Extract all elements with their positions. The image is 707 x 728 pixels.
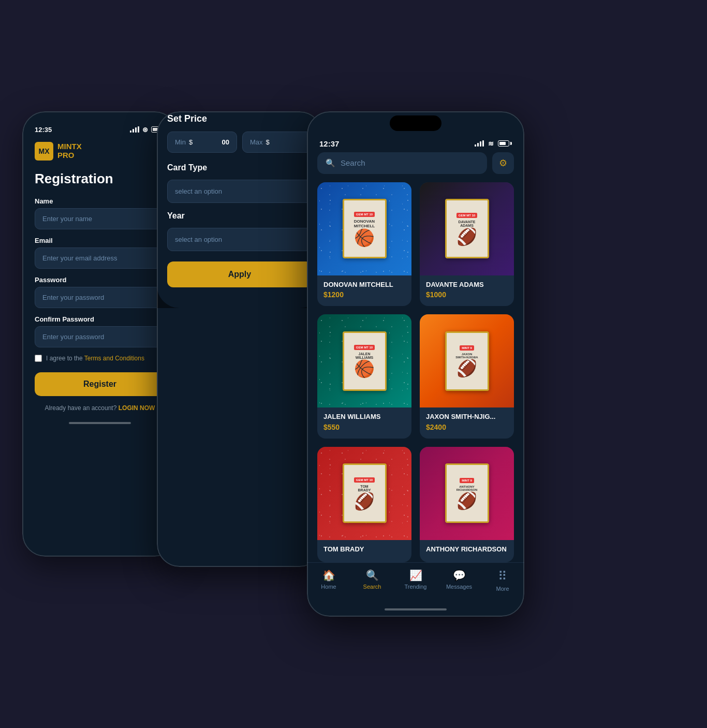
max-price-input[interactable]: Max $ bbox=[242, 132, 312, 153]
main-search-text: Search bbox=[341, 158, 365, 167]
psa-davante: GEM MT 10 DAVANTEADAMS 🏈 bbox=[445, 199, 489, 258]
search-nav-icon: 🔍 bbox=[366, 569, 379, 581]
main-search-icon: 🔍 bbox=[326, 158, 335, 168]
card-jaxon-smith[interactable]: MINT 9 JAXONSMITH-NJIGBA 🏈 JAXON SMITH-N… bbox=[420, 314, 514, 439]
min-dollar: $ bbox=[189, 138, 193, 146]
set-price-title: Set Price bbox=[167, 113, 312, 124]
card-davante-adams[interactable]: GEM MT 10 DAVANTEADAMS 🏈 DAVANTE ADAMS $… bbox=[420, 182, 514, 307]
card-img-anthony: MINT 9 ANTHONYRICHARDSON 🏈 bbox=[420, 447, 514, 540]
main-wifi-icon: ≋ bbox=[488, 140, 494, 148]
year-title: Year bbox=[167, 211, 312, 221]
main-screen: 12:37 ≋ 🔍 bbox=[307, 111, 524, 617]
name-label: Name bbox=[35, 197, 165, 205]
nav-messages[interactable]: 💬 Messages bbox=[437, 569, 481, 592]
card-jalen-williams[interactable]: GEM MT 10 JALENWILLIAMS 🏀 JALEN WILLIAMS… bbox=[317, 314, 411, 439]
psa-brady: GEM MT 10 TOMBRADY 🏈 bbox=[343, 463, 387, 523]
time-1: 12:35 bbox=[35, 126, 52, 134]
nav-more[interactable]: ⠿ More bbox=[481, 569, 524, 592]
confirm-label: Confirm Password bbox=[35, 315, 165, 323]
min-price-input[interactable]: Min $ 00 bbox=[167, 132, 237, 153]
nav-home[interactable]: 🏠 Home bbox=[307, 569, 350, 592]
trending-nav-icon: 📈 bbox=[409, 569, 422, 581]
terms-checkbox[interactable] bbox=[35, 355, 42, 362]
card-anthony-richardson[interactable]: MINT 9 ANTHONYRICHARDSON 🏈 ANTHONY RICHA… bbox=[420, 447, 514, 563]
psa-anthony: MINT 9 ANTHONYRICHARDSON 🏈 bbox=[445, 463, 489, 523]
email-input[interactable] bbox=[35, 247, 165, 269]
card-img-brady: GEM MT 10 TOMBRADY 🏈 bbox=[317, 447, 411, 540]
main-search-bar[interactable]: 🔍 Search bbox=[317, 152, 487, 174]
card-info-jaxon: JAXON SMITH-NJIG... $2400 bbox=[420, 407, 514, 439]
confirm-input[interactable] bbox=[35, 326, 165, 347]
card-img-davante: GEM MT 10 DAVANTEADAMS 🏈 bbox=[420, 182, 514, 275]
signal-icon-1 bbox=[130, 126, 139, 133]
screens-container: 12:35 ⊛ MX bbox=[22, 111, 685, 617]
email-label: Email bbox=[35, 237, 165, 244]
wifi-icon-1: ⊛ bbox=[142, 126, 148, 134]
main-time: 12:37 bbox=[319, 139, 339, 148]
card-img-jalen: GEM MT 10 JALENWILLIAMS 🏀 bbox=[317, 314, 411, 407]
terms-text: I agree to the Terms and Conditions bbox=[46, 355, 144, 362]
logo-text: MINTX PRO bbox=[57, 142, 82, 159]
main-signal-icon bbox=[475, 140, 484, 147]
card-info-anthony: ANTHONY RICHARDSON bbox=[420, 540, 514, 563]
min-label: Min bbox=[175, 138, 186, 146]
nav-search[interactable]: 🔍 Search bbox=[350, 569, 394, 592]
dynamic-island-container bbox=[307, 111, 524, 131]
name-input[interactable] bbox=[35, 208, 165, 229]
card-info-jalen: JALEN WILLIAMS $550 bbox=[317, 407, 411, 439]
login-link[interactable]: LOGIN NOW bbox=[119, 404, 155, 412]
search-nav-label: Search bbox=[363, 584, 381, 590]
main-battery-icon bbox=[498, 140, 512, 147]
max-label: Max bbox=[250, 138, 263, 146]
card-name-donovan: DONOVAN MITCHELL bbox=[323, 281, 405, 289]
filter-modal: ✕ Set Price Min $ 00 Max $ Card T bbox=[157, 111, 322, 308]
logo-mx-icon: MX bbox=[35, 142, 53, 161]
home-nav-label: Home bbox=[321, 584, 336, 590]
psa-donovan: GEM MT 10 DONOVANMITCHELL 🏀 bbox=[343, 199, 387, 258]
bottom-nav: 🏠 Home 🔍 Search 📈 Trending 💬 Messages ⠿ bbox=[307, 562, 524, 604]
more-nav-icon: ⠿ bbox=[498, 569, 507, 584]
main-status-icons: ≋ bbox=[475, 140, 512, 148]
password-label: Password bbox=[35, 276, 165, 284]
filter-screen: 12:37 ⊛ bbox=[157, 111, 322, 567]
apply-button[interactable]: Apply bbox=[167, 261, 312, 287]
max-dollar: $ bbox=[266, 138, 270, 146]
card-price-jaxon: $2400 bbox=[426, 423, 508, 431]
card-type-select[interactable]: select an option bbox=[167, 180, 312, 203]
register-button[interactable]: Register bbox=[35, 372, 165, 396]
trending-nav-label: Trending bbox=[404, 584, 426, 590]
status-bar-1: 12:35 ⊛ bbox=[35, 122, 165, 142]
logo-area: MX MINTX PRO bbox=[35, 142, 165, 161]
psa-jaxon: MINT 9 JAXONSMITH-NJIGBA 🏈 bbox=[445, 331, 489, 391]
card-name-jaxon: JAXON SMITH-NJIG... bbox=[426, 413, 508, 421]
card-price-davante: $1000 bbox=[426, 290, 508, 299]
home-indicator-3 bbox=[385, 608, 447, 610]
card-name-davante: DAVANTE ADAMS bbox=[426, 281, 508, 289]
password-input[interactable] bbox=[35, 287, 165, 308]
nav-trending[interactable]: 📈 Trending bbox=[394, 569, 437, 592]
home-nav-icon: 🏠 bbox=[322, 569, 335, 581]
dynamic-island bbox=[390, 115, 441, 131]
card-info-davante: DAVANTE ADAMS $1000 bbox=[420, 275, 514, 307]
main-status-bar: 12:37 ≋ bbox=[307, 131, 524, 152]
search-filter-row: 🔍 Search ⚙ bbox=[307, 152, 524, 174]
terms-link[interactable]: Terms and Conditions bbox=[84, 355, 144, 362]
card-name-anthony: ANTHONY RICHARDSON bbox=[426, 545, 508, 554]
registration-title: Registration bbox=[35, 171, 165, 187]
year-select[interactable]: select an option bbox=[167, 228, 312, 251]
card-donovan-mitchell[interactable]: GEM MT 10 DONOVANMITCHELL 🏀 DONOVAN MITC… bbox=[317, 182, 411, 307]
more-nav-label: More bbox=[496, 586, 509, 592]
home-indicator-1 bbox=[69, 422, 131, 424]
filter-button[interactable]: ⚙ bbox=[492, 152, 514, 174]
card-tom-brady[interactable]: GEM MT 10 TOMBRADY 🏈 TOM BRADY bbox=[317, 447, 411, 563]
card-img-jaxon: MINT 9 JAXONSMITH-NJIGBA 🏈 bbox=[420, 314, 514, 407]
psa-jalen: GEM MT 10 JALENWILLIAMS 🏀 bbox=[343, 331, 387, 391]
min-value: 00 bbox=[222, 138, 229, 146]
messages-nav-icon: 💬 bbox=[453, 569, 466, 581]
card-price-jalen: $550 bbox=[323, 423, 405, 431]
messages-nav-label: Messages bbox=[446, 584, 472, 590]
card-price-donovan: $1200 bbox=[323, 290, 405, 299]
card-info-donovan: DONOVAN MITCHELL $1200 bbox=[317, 275, 411, 307]
card-info-brady: TOM BRADY bbox=[317, 540, 411, 563]
registration-screen: 12:35 ⊛ MX bbox=[22, 111, 178, 557]
